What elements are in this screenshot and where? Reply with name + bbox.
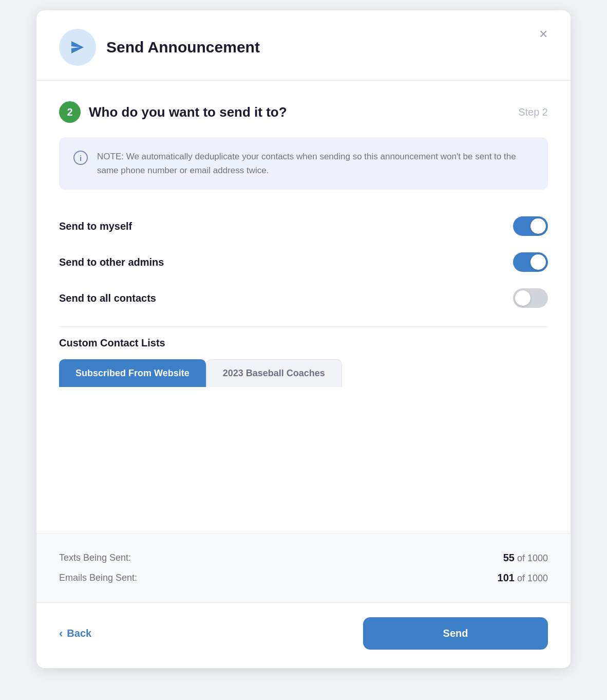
texts-rest: of 1000 (515, 553, 548, 563)
emails-bold: 101 (498, 572, 515, 583)
emails-value: 101 of 1000 (498, 572, 548, 584)
step-header: 2 Who do you want to send it to? Step 2 (59, 101, 548, 123)
send-to-all-thumb (515, 290, 530, 306)
close-button[interactable]: ✕ (537, 27, 550, 42)
step-header-left: 2 Who do you want to send it to? (59, 101, 287, 123)
send-icon (69, 39, 86, 56)
send-to-myself-toggle[interactable] (513, 216, 548, 236)
send-to-admins-thumb (530, 254, 546, 270)
emails-label: Emails Being Sent: (59, 573, 137, 583)
note-box: i NOTE: We automatically deduplicate you… (59, 137, 548, 190)
step-title: Who do you want to send it to? (89, 104, 287, 120)
modal-title: Send Announcement (106, 39, 260, 56)
tab-baseball[interactable]: 2023 Baseball Coaches (206, 359, 342, 387)
send-to-myself-label: Send to myself (59, 220, 132, 232)
step-badge: 2 (59, 101, 81, 123)
stats-area: Texts Being Sent: 55 of 1000 Emails Bein… (36, 533, 571, 602)
custom-lists-title: Custom Contact Lists (59, 337, 548, 349)
back-label: Back (67, 628, 91, 639)
texts-bold: 55 (503, 552, 515, 563)
send-to-myself-track (513, 216, 548, 236)
send-to-admins-label: Send to other admins (59, 256, 164, 268)
info-icon: i (73, 151, 88, 165)
step-label: Step 2 (518, 106, 548, 118)
send-to-admins-row: Send to other admins (59, 244, 548, 280)
contact-list-tabs: Subscribed From Website 2023 Baseball Co… (59, 359, 548, 387)
send-to-all-toggle[interactable] (513, 288, 548, 308)
tab-subscribed[interactable]: Subscribed From Website (59, 359, 206, 387)
send-to-myself-thumb (530, 218, 546, 234)
send-to-admins-toggle[interactable] (513, 252, 548, 272)
header-icon-circle (59, 29, 96, 66)
modal-container: Send Announcement ✕ 2 Who do you want to… (36, 10, 571, 668)
send-to-all-track (513, 288, 548, 308)
send-to-myself-row: Send to myself (59, 208, 548, 244)
send-to-admins-track (513, 252, 548, 272)
texts-label: Texts Being Sent: (59, 552, 131, 563)
note-text: NOTE: We automatically deduplicate your … (97, 150, 534, 177)
send-to-all-row: Send to all contacts (59, 280, 548, 316)
back-button[interactable]: ‹ Back (59, 627, 91, 640)
modal-header: Send Announcement ✕ (36, 10, 571, 81)
svg-marker-0 (71, 41, 84, 53)
emails-rest: of 1000 (515, 573, 548, 583)
send-to-all-label: Send to all contacts (59, 292, 156, 304)
modal-footer: ‹ Back Send (36, 602, 571, 668)
emails-stat-row: Emails Being Sent: 101 of 1000 (59, 568, 548, 588)
back-chevron-icon: ‹ (59, 627, 63, 640)
texts-stat-row: Texts Being Sent: 55 of 1000 (59, 548, 548, 568)
divider (59, 326, 548, 327)
modal-content: 2 Who do you want to send it to? Step 2 … (36, 81, 571, 533)
send-button[interactable]: Send (363, 617, 548, 650)
texts-value: 55 of 1000 (503, 552, 548, 564)
